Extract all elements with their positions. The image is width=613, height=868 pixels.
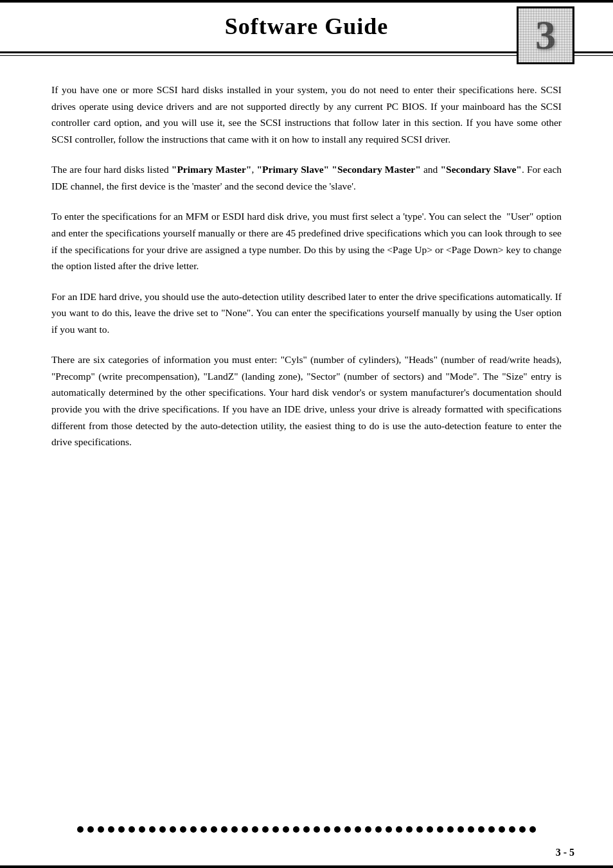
dot <box>499 826 505 833</box>
dot <box>375 826 382 833</box>
dot <box>180 826 186 833</box>
dot <box>262 826 269 833</box>
dot <box>468 826 474 833</box>
dot <box>314 826 320 833</box>
dot <box>416 826 423 833</box>
dot <box>365 826 371 833</box>
dot <box>427 826 433 833</box>
dot <box>396 826 402 833</box>
dot <box>87 826 94 833</box>
bottom-border <box>0 865 613 868</box>
decorative-dots <box>0 826 613 833</box>
dot <box>447 826 454 833</box>
dot <box>324 826 330 833</box>
dot <box>98 826 104 833</box>
dot <box>272 826 279 833</box>
dot <box>242 826 248 833</box>
page-number: 3 - 5 <box>556 847 574 858</box>
dot <box>149 826 155 833</box>
dot <box>129 826 135 833</box>
dot <box>293 826 299 833</box>
dot <box>221 826 227 833</box>
dot <box>211 826 217 833</box>
dot <box>386 826 392 833</box>
dot <box>478 826 484 833</box>
header: Software Guide 3 <box>0 0 613 40</box>
dot <box>344 826 351 833</box>
content-area: If you have one or more SCSI hard disks … <box>0 56 613 503</box>
dot <box>529 826 536 833</box>
page-container: Software Guide 3 If you have one or more… <box>0 0 613 868</box>
dot <box>139 826 145 833</box>
bold-secondary-master: "Secondary Master" <box>332 164 420 175</box>
dot <box>283 826 289 833</box>
paragraph-1: If you have one or more SCSI hard disks … <box>51 82 562 147</box>
dot <box>458 826 464 833</box>
dot <box>334 826 341 833</box>
dot <box>488 826 495 833</box>
paragraph-4: For an IDE hard drive, you should use th… <box>51 288 562 338</box>
paragraph-3: To enter the specifications for an MFM o… <box>51 208 562 274</box>
dot <box>509 826 515 833</box>
dot <box>437 826 443 833</box>
dot <box>231 826 238 833</box>
paragraph-5: There are six categories of information … <box>51 351 562 450</box>
dot <box>118 826 125 833</box>
paragraph-2: The are four hard disks listed "Primary … <box>51 161 562 194</box>
dot <box>190 826 197 833</box>
dot <box>159 826 166 833</box>
chapter-number: 3 <box>535 12 556 59</box>
bold-secondary-slave: "Secondary Slave" <box>440 164 521 175</box>
dot <box>200 826 207 833</box>
bold-primary-slave: "Primary Slave" <box>257 164 330 175</box>
page-title: Software Guide <box>39 13 574 40</box>
dot <box>108 826 114 833</box>
bold-primary-master: "Primary Master" <box>172 164 252 175</box>
dot <box>406 826 413 833</box>
dot <box>519 826 526 833</box>
chapter-badge: 3 <box>517 6 574 64</box>
dot <box>355 826 361 833</box>
dot <box>252 826 258 833</box>
dot <box>77 826 84 833</box>
dot <box>170 826 176 833</box>
dot <box>303 826 310 833</box>
